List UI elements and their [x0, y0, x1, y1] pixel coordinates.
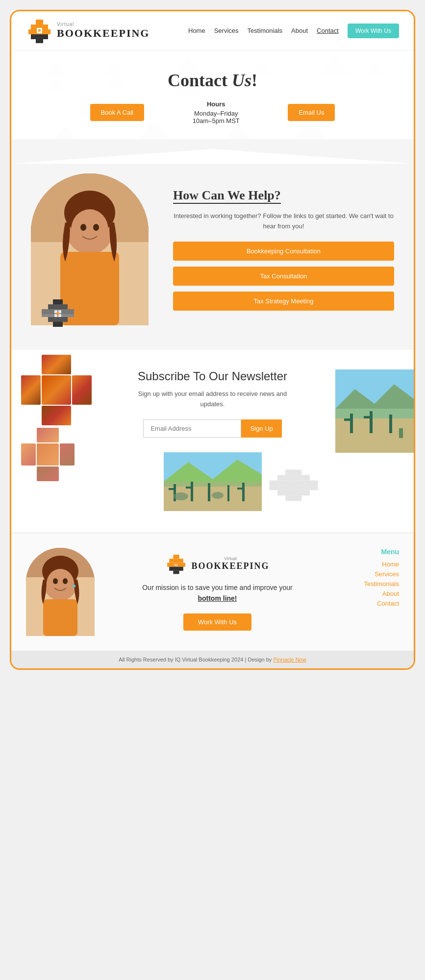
help-subtitle: Interested in working together? Follow t… [173, 211, 394, 232]
footer-menu-title: Menu [340, 548, 399, 556]
logo-bookkeeping: BOOKKEEPING [57, 27, 150, 40]
svg-marker-17 [51, 124, 80, 139]
svg-rect-77 [43, 599, 77, 636]
help-section: How Can We Help? Interested in working t… [11, 164, 414, 350]
logo-virtual: Virtual [57, 22, 150, 27]
svg-text:IQ: IQ [175, 564, 178, 566]
svg-rect-31 [48, 304, 68, 309]
footer-person-image [26, 548, 95, 636]
svg-point-28 [80, 224, 86, 231]
footer-nav-contact[interactable]: Contact [340, 600, 399, 607]
svg-rect-59 [227, 485, 229, 501]
logo-icon: IQ [26, 17, 53, 44]
svg-point-73 [291, 485, 296, 489]
footer-person-photo [26, 548, 95, 636]
svg-point-39 [56, 312, 59, 315]
email-us-button[interactable]: Email Us [288, 104, 335, 121]
footer-nav: Menu Home Services Testimonials About Co… [340, 548, 399, 610]
svg-rect-48 [389, 415, 392, 433]
page-wrapper: IQ Virtual BOOKKEEPING Home Services Tes… [10, 10, 415, 670]
section-divider [11, 139, 414, 164]
tax-consultation-button[interactable]: Tax Consultation [173, 267, 394, 286]
hours-days: Monday–Friday [193, 110, 240, 117]
bookkeeping-consultation-button[interactable]: Bookkeeping Consultation [173, 242, 394, 261]
footer-middle: IQ Virtual BOOKKEEPING Our mission is to… [104, 548, 330, 631]
footer-nav-about[interactable]: About [340, 590, 399, 597]
contact-title-prefix: Contact [168, 71, 232, 90]
book-call-button[interactable]: Book A Call [90, 104, 145, 121]
svg-rect-46 [370, 411, 373, 433]
svg-rect-84 [170, 559, 184, 563]
nav-about[interactable]: About [291, 27, 308, 34]
footer-logo-virtual: Virtual [191, 556, 269, 561]
logo-text: Virtual BOOKKEEPING [57, 22, 150, 40]
footer-mission-text: Our mission is to save you time and impr… [142, 584, 293, 591]
hero-pattern [11, 50, 414, 139]
svg-rect-0 [36, 20, 43, 24]
svg-rect-47 [364, 416, 371, 418]
footer-logo-icon: IQ [165, 553, 187, 575]
hours-title: Hours [193, 100, 240, 108]
svg-point-79 [47, 569, 74, 598]
svg-point-62 [174, 492, 188, 500]
help-image-area [31, 173, 153, 325]
help-title: How Can We Help? [173, 188, 281, 204]
svg-rect-69 [285, 495, 301, 501]
svg-rect-65 [277, 475, 310, 480]
aztec-badge [41, 298, 75, 333]
footer-work-with-us-button[interactable]: Work With Us [183, 613, 251, 631]
desert-landscape-image [164, 452, 262, 511]
hours-box: Hours Monday–Friday 10am–5pm MST [193, 100, 240, 124]
footer-mission-bold: bottom line! [198, 594, 237, 602]
nav-home[interactable]: Home [188, 27, 205, 34]
footer: IQ Virtual BOOKKEEPING Our mission is to… [11, 533, 414, 651]
email-input[interactable] [143, 419, 241, 438]
nav-contact[interactable]: Contact [317, 27, 339, 34]
svg-rect-30 [53, 299, 63, 304]
footer-nav-services[interactable]: Services [340, 570, 399, 578]
svg-rect-86 [170, 566, 184, 570]
tax-strategy-button[interactable]: Tax Strategy Meeting [173, 292, 394, 311]
copyright: All Rights Reserved by IQ Virtual Bookke… [11, 651, 414, 668]
copyright-link[interactable]: Pinnacle Now [273, 657, 306, 662]
aztec-deco-bottom-right [267, 467, 321, 521]
header: IQ Virtual BOOKKEEPING Home Services Tes… [11, 11, 414, 50]
svg-rect-34 [48, 317, 68, 322]
footer-nav-testimonials[interactable]: Testimonials [340, 580, 399, 588]
logo: IQ Virtual BOOKKEEPING [26, 17, 150, 44]
svg-rect-55 [169, 488, 175, 490]
svg-point-29 [93, 224, 99, 231]
svg-rect-57 [186, 487, 192, 489]
hours-time: 10am–5pm MST [193, 117, 240, 124]
svg-rect-60 [242, 483, 245, 501]
help-content: How Can We Help? Interested in working t… [173, 173, 394, 317]
svg-rect-44 [350, 414, 353, 433]
nav-services[interactable]: Services [214, 27, 239, 34]
nav-testimonials[interactable]: Testimonials [248, 27, 283, 34]
svg-marker-19 [223, 124, 252, 139]
svg-rect-87 [174, 570, 179, 574]
svg-rect-61 [237, 488, 243, 490]
contact-actions: Book A Call Hours Monday–Friday 10am–5pm… [90, 100, 335, 124]
landscape-right-image [335, 369, 414, 453]
svg-point-81 [63, 578, 68, 584]
copyright-text: All Rights Reserved by IQ Virtual Bookke… [119, 657, 273, 662]
svg-point-63 [212, 492, 224, 499]
svg-point-80 [53, 578, 58, 584]
svg-point-82 [73, 585, 75, 588]
svg-rect-56 [191, 482, 193, 501]
footer-mission: Our mission is to save you time and impr… [104, 582, 330, 604]
sign-up-button[interactable]: Sign Up [241, 419, 281, 438]
svg-rect-3 [31, 34, 48, 39]
svg-rect-45 [344, 418, 351, 421]
footer-logo-area: IQ Virtual BOOKKEEPING [104, 553, 330, 575]
newsletter-bottom-image [164, 452, 262, 511]
svg-rect-35 [53, 322, 63, 327]
nav-work-with-us-button[interactable]: Work With Us [348, 24, 399, 38]
svg-rect-4 [36, 39, 43, 43]
newsletter-bottom-area [164, 452, 262, 511]
newsletter-text-line2: updates. [200, 400, 225, 408]
svg-rect-49 [399, 428, 403, 438]
nav: Home Services Testimonials About Contact… [188, 24, 399, 38]
footer-nav-home[interactable]: Home [340, 561, 399, 568]
